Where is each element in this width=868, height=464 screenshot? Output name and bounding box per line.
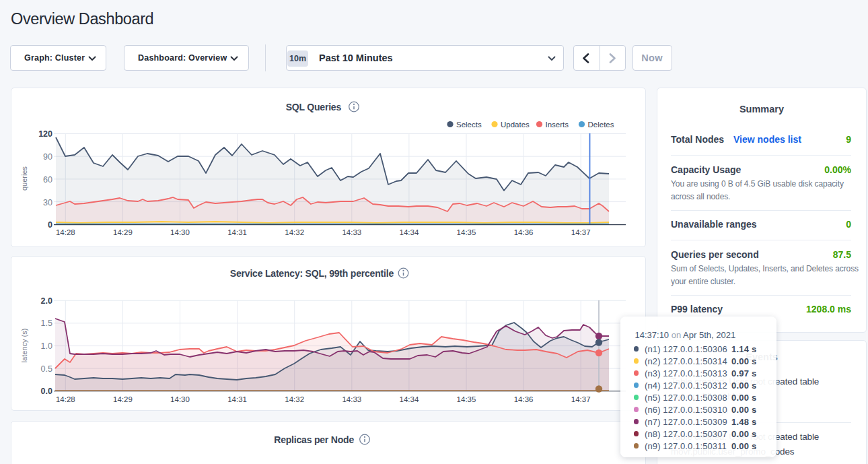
svg-text:1.0: 1.0 [41, 341, 52, 351]
svg-text:14:32: 14:32 [285, 395, 304, 403]
svg-text:2.0: 2.0 [41, 296, 52, 306]
svg-text:14:35: 14:35 [457, 395, 476, 403]
svg-text:14:34: 14:34 [400, 395, 419, 403]
svg-text:14:31: 14:31 [227, 395, 247, 403]
svg-text:latency (s): latency (s) [20, 329, 28, 363]
svg-text:14:36: 14:36 [514, 395, 534, 403]
svg-text:14:30: 14:30 [170, 395, 190, 403]
svg-text:14:28: 14:28 [56, 395, 75, 403]
svg-text:14:29: 14:29 [113, 395, 133, 403]
svg-text:14:37: 14:37 [571, 395, 591, 403]
svg-text:0.5: 0.5 [41, 364, 52, 374]
svg-text:14:33: 14:33 [342, 395, 361, 403]
svg-text:1.5: 1.5 [41, 319, 52, 328]
svg-text:0.0: 0.0 [41, 387, 52, 396]
